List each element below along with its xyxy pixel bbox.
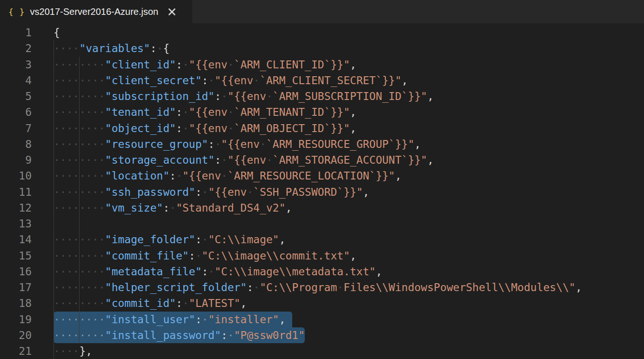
code-text[interactable]: ········"subscription_id":·"{{env·`ARM_S… bbox=[54, 88, 434, 104]
whitespace-dots: · bbox=[182, 297, 189, 309]
line-number[interactable]: 21 bbox=[0, 343, 32, 359]
close-icon bbox=[168, 8, 176, 16]
json-string: "{{env bbox=[215, 74, 253, 86]
json-punctuation: : bbox=[195, 313, 202, 326]
code-text[interactable]: ····}, bbox=[54, 343, 92, 359]
close-tab-button[interactable] bbox=[167, 7, 177, 17]
json-string: "C:\\image\\metadata.txt" bbox=[215, 266, 376, 278]
whitespace-dots: · bbox=[228, 59, 234, 71]
json-punctuation: , bbox=[279, 313, 286, 326]
json-punctuation: : bbox=[208, 138, 215, 150]
code-line: 1{ bbox=[0, 25, 644, 40]
line-number[interactable]: 13 bbox=[0, 216, 32, 232]
line-number[interactable]: 10 bbox=[0, 168, 32, 184]
code-text[interactable]: ········"storage_account":·"{{env·`ARM_S… bbox=[54, 152, 434, 168]
whitespace-dots: · bbox=[202, 233, 208, 246]
whitespace-dots: · bbox=[215, 138, 221, 150]
line-number[interactable]: 1 bbox=[0, 25, 32, 40]
code-text[interactable]: ········"tenant_id":·"{{env·`ARM_TENANT_… bbox=[54, 104, 356, 120]
line-number[interactable]: 4 bbox=[0, 73, 32, 88]
indent-guide bbox=[79, 57, 80, 344]
code-line: 4········"client_secret":·"{{env·`ARM_CL… bbox=[0, 73, 644, 88]
editor[interactable]: 1{2····"variables":·{3········"client_id… bbox=[0, 23, 644, 359]
code-text[interactable]: ········"ssh_password":·"{{env·`SSH_PASS… bbox=[54, 184, 369, 200]
code-text[interactable]: ········"vm_size":·"Standard_DS4_v2", bbox=[54, 200, 292, 216]
code-line: 18········"commit_id":·"LATEST", bbox=[0, 295, 644, 311]
line-number[interactable]: 20 bbox=[0, 327, 32, 343]
code-line: 9········"storage_account":·"{{env·`ARM_… bbox=[0, 152, 644, 168]
tab-vs2017-server2016-azure-json[interactable]: { } vs2017-Server2016-Azure.json bbox=[0, 0, 192, 23]
json-string: "LATEST" bbox=[189, 297, 241, 309]
json-punctuation: , bbox=[427, 90, 434, 102]
json-punctuation: , bbox=[576, 281, 582, 293]
line-number[interactable]: 15 bbox=[0, 248, 32, 264]
code-text[interactable]: ········"location":·"{{env·`ARM_RESOURCE… bbox=[54, 168, 402, 184]
code-text[interactable]: ········"commit_file":·"C:\\image\\commi… bbox=[54, 248, 356, 264]
json-punctuation: { bbox=[54, 27, 60, 39]
line-number[interactable]: 9 bbox=[0, 152, 32, 168]
json-string: "P@ssw0rd1" bbox=[234, 329, 305, 341]
code-text[interactable]: ····"variables":·{ bbox=[54, 40, 169, 56]
code-line: 19········"install_user":·"installer", bbox=[0, 312, 644, 327]
line-number[interactable]: 7 bbox=[0, 120, 32, 136]
line-number[interactable]: 19 bbox=[0, 312, 32, 327]
code-text[interactable]: ········"image_folder":·"C:\\image", bbox=[54, 232, 286, 247]
json-punctuation: , bbox=[350, 106, 356, 118]
json-punctuation: : bbox=[215, 154, 221, 166]
whitespace-dots: · bbox=[221, 170, 228, 182]
code-text[interactable]: ········"resource_group":·"{{env·`ARM_RE… bbox=[54, 136, 421, 152]
json-punctuation: : bbox=[247, 281, 253, 293]
json-string: `SSH_PASSWORD`}}" bbox=[253, 186, 362, 198]
json-string: "{{env bbox=[228, 154, 266, 166]
json-punctuation: }, bbox=[79, 345, 92, 357]
code-text[interactable]: ········"helper_script_folder":·"C:\\Pro… bbox=[54, 279, 582, 295]
json-key: "install_user" bbox=[105, 313, 195, 326]
line-number[interactable]: 14 bbox=[0, 232, 32, 247]
code-text[interactable]: ········"client_secret":·"{{env·`ARM_CLI… bbox=[54, 73, 408, 88]
code-line: 14········"image_folder":·"C:\\image", bbox=[0, 232, 644, 247]
line-number[interactable]: 12 bbox=[0, 200, 32, 216]
code-text[interactable]: ········"commit_id":·"LATEST", bbox=[54, 295, 247, 311]
json-key: "object_id" bbox=[105, 122, 176, 134]
json-punctuation: , bbox=[363, 186, 369, 198]
json-key: "resource_group" bbox=[105, 138, 208, 150]
line-number[interactable]: 17 bbox=[0, 279, 32, 295]
json-punctuation: : bbox=[202, 74, 208, 86]
code-text[interactable]: ········"install_password":·"P@ssw0rd1" bbox=[54, 327, 305, 343]
json-key: "ssh_password" bbox=[105, 186, 195, 198]
tab-filename: vs2017-Server2016-Azure.json bbox=[30, 7, 159, 17]
line-number[interactable]: 18 bbox=[0, 295, 32, 311]
json-punctuation: , bbox=[376, 266, 382, 278]
json-string: "installer" bbox=[208, 313, 279, 326]
line-number[interactable]: 2 bbox=[0, 40, 32, 56]
whitespace-dots: · bbox=[247, 186, 253, 198]
code-line: 20········"install_password":·"P@ssw0rd1… bbox=[0, 327, 644, 343]
whitespace-dots: · bbox=[337, 281, 343, 293]
whitespace-dots: · bbox=[253, 281, 260, 293]
code-text[interactable]: ········"object_id":·"{{env·`ARM_OBJECT_… bbox=[54, 120, 356, 136]
line-number[interactable]: 3 bbox=[0, 57, 32, 73]
whitespace-dots: · bbox=[266, 90, 273, 102]
json-punctuation: : bbox=[150, 42, 157, 54]
json-string: "Standard_DS4_v2" bbox=[176, 202, 285, 214]
json-punctuation: : bbox=[169, 170, 176, 182]
code-line: 16········"metadata_file":·"C:\\image\\m… bbox=[0, 264, 644, 279]
line-number[interactable]: 16 bbox=[0, 264, 32, 279]
json-string: `ARM_SUBSCRIPTION_ID`}}" bbox=[273, 90, 427, 102]
whitespace-dots: · bbox=[157, 42, 163, 54]
code-text[interactable]: ········"install_user":·"installer", bbox=[54, 312, 292, 327]
line-number[interactable]: 11 bbox=[0, 184, 32, 200]
code-text[interactable]: { bbox=[54, 25, 60, 40]
json-punctuation: : bbox=[176, 297, 182, 309]
whitespace-dots: · bbox=[228, 106, 234, 118]
json-punctuation: , bbox=[350, 122, 356, 134]
json-key: "client_id" bbox=[105, 59, 176, 71]
code-text[interactable]: ········"metadata_file":·"C:\\image\\met… bbox=[54, 264, 382, 279]
json-punctuation: : bbox=[202, 266, 208, 278]
line-number[interactable]: 5 bbox=[0, 88, 32, 104]
whitespace-dots: · bbox=[260, 138, 266, 150]
code-text[interactable]: ········"client_id":·"{{env·`ARM_CLIENT_… bbox=[54, 57, 356, 73]
line-number[interactable]: 6 bbox=[0, 104, 32, 120]
line-number[interactable]: 8 bbox=[0, 136, 32, 152]
json-punctuation: : bbox=[176, 122, 182, 134]
